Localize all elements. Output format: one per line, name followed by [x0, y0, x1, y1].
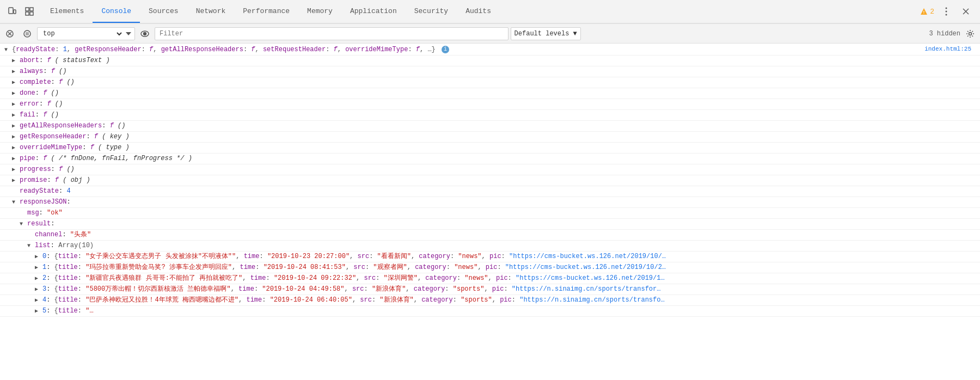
tab-application[interactable]: Application — [341, 0, 406, 23]
prop-label: complete: f () — [20, 78, 75, 87]
clear-console-button[interactable] — [2, 26, 17, 41]
console-line: ▶ 4: {title: "巴萨杀神欧冠又拉胜！4年球荒 梅西嗯嘴边都不进", … — [0, 295, 980, 306]
levels-dropdown[interactable]: Default levels ▼ — [511, 27, 581, 40]
context-select-input[interactable]: top — [41, 29, 124, 38]
console-line: ▶ 1: {title: "玛莎拉蒂重新赞助金马奖? 涉事车企发声明回应", t… — [0, 262, 980, 273]
svg-point-9 — [946, 11, 947, 13]
expand-toggle[interactable]: ▼ — [27, 241, 35, 250]
tab-elements[interactable]: Elements — [41, 0, 93, 23]
prop-label: abort: f ( statusText ) — [20, 56, 110, 65]
eye-button[interactable] — [137, 26, 152, 41]
expand-toggle[interactable]: ▶ — [12, 111, 20, 120]
prop-label: overrideMimeType: f ( type ) — [20, 143, 130, 152]
warning-icon: ! — [920, 8, 928, 15]
expand-toggle[interactable]: ▶ — [35, 252, 42, 261]
expand-toggle[interactable]: ▶ — [35, 296, 42, 305]
array-item-1: 1: {title: "玛莎拉蒂重新赞助金马奖? 涉事车企发声明回应", tim… — [42, 263, 666, 272]
expand-toggle[interactable]: ▼ — [4, 45, 12, 54]
expand-toggle[interactable]: ▶ — [35, 307, 42, 316]
clear-icon — [6, 30, 14, 38]
prop-label: getResponseHeader: f ( key ) — [20, 132, 130, 142]
array-item-0: 0: {title: "女子乘公交车遇变态男子 头发被涂抹"不明液体"", ti… — [42, 252, 666, 261]
prop-label: responseJSON: — [20, 198, 71, 207]
expand-toggle[interactable]: ▶ — [35, 263, 42, 272]
info-icon[interactable]: i — [442, 46, 449, 53]
expand-toggle[interactable]: ▼ — [20, 219, 27, 229]
gear-icon — [966, 29, 975, 38]
prop-label: promise: f ( obj ) — [20, 176, 90, 185]
tab-network[interactable]: Network — [187, 0, 235, 23]
svg-rect-4 — [26, 12, 29, 15]
console-line: readyState: 4 — [0, 186, 980, 197]
prop-msg: msg: "ok" — [27, 209, 63, 218]
expand-toggle[interactable]: ▶ — [35, 285, 42, 294]
array-item-2: 2: {title: "新疆官兵夜遇狼群 兵哥哥:不能拍了 再拍就被吃了", t… — [42, 274, 665, 283]
tab-bar: Elements Console Sources Network Perform… — [41, 0, 914, 23]
expand-toggle[interactable]: ▶ — [12, 121, 20, 131]
expand-toggle[interactable]: ▶ — [12, 89, 20, 98]
expand-toggle[interactable]: ▶ — [35, 274, 42, 283]
array-item-3: 3: {title: "5800万蒂出帽！切尔西新核激活 兰帕德幸福啊", ti… — [42, 285, 660, 294]
array-item-5: 5: {title: "… — [42, 307, 94, 316]
object-preview: {readyState: 1, getResponseHeader: f, ge… — [12, 45, 449, 54]
expand-toggle[interactable]: ▶ — [12, 143, 20, 152]
svg-point-10 — [946, 14, 947, 16]
expand-toggle[interactable]: ▶ — [12, 56, 20, 65]
file-reference-link[interactable]: index.html:25 — [924, 46, 971, 52]
prop-channel: channel: "头条" — [35, 230, 91, 240]
svg-marker-18 — [126, 32, 131, 35]
prop-label: pipe: f ( /* fnDone, fnFail, fnProgress … — [20, 154, 192, 163]
console-line: ▶ progress: f () — [0, 164, 980, 175]
expand-toggle[interactable]: ▼ — [12, 198, 20, 207]
tab-performance[interactable]: Performance — [234, 0, 298, 23]
expand-toggle[interactable]: ▶ — [12, 78, 20, 87]
device-toggle-button[interactable] — [4, 4, 20, 19]
array-item-4: 4: {title: "巴萨杀神欧冠又拉胜！4年球荒 梅西嗯嘴边都不进", ti… — [42, 296, 665, 305]
warning-count: 2 — [930, 8, 934, 16]
console-line: ▶ error: f () — [0, 99, 980, 110]
console-line: ▼ result: — [0, 219, 980, 230]
svg-rect-17 — [26, 32, 29, 35]
expand-toggle[interactable]: ▶ — [12, 67, 20, 76]
console-line: ▶ abort: f ( statusText ) — [0, 56, 980, 66]
console-line: ▼ responseJSON: — [0, 197, 980, 208]
console-line: ▶ pipe: f ( /* fnDone, fnFail, fnProgres… — [0, 154, 980, 164]
expand-toggle[interactable]: ▶ — [12, 154, 20, 163]
prop-label: getAllResponseHeaders: f () — [20, 121, 125, 131]
expand-toggle[interactable]: ▶ — [12, 100, 20, 109]
prop-label: result: — [27, 219, 54, 229]
close-devtools-button[interactable] — [958, 4, 973, 19]
console-line: ▶ complete: f () — [0, 77, 980, 88]
tab-memory[interactable]: Memory — [298, 0, 341, 23]
tab-security[interactable]: Security — [406, 0, 457, 23]
filter-input[interactable] — [155, 27, 509, 40]
svg-point-8 — [946, 8, 947, 9]
element-picker-button[interactable] — [22, 4, 37, 19]
stop-button[interactable] — [20, 26, 35, 41]
tab-console[interactable]: Console — [93, 0, 140, 23]
console-output: index.html:25 ▼ {readyState: 1, getRespo… — [0, 44, 980, 380]
expand-toggle[interactable]: ▶ — [12, 132, 20, 142]
svg-point-21 — [969, 32, 972, 35]
console-line: ▶ done: f () — [0, 88, 980, 99]
svg-text:!: ! — [923, 10, 926, 15]
settings-button[interactable] — [963, 26, 978, 41]
console-line: ▶ 5: {title: "… — [0, 306, 980, 317]
context-selector[interactable]: top — [37, 27, 135, 40]
more-options-button[interactable] — [939, 4, 954, 19]
svg-rect-1 — [14, 10, 16, 14]
console-line: channel: "头条" — [0, 230, 980, 241]
console-line: ▶ fail: f () — [0, 110, 980, 121]
tab-audits[interactable]: Audits — [457, 0, 500, 23]
console-line: ▶ 0: {title: "女子乘公交车遇变态男子 头发被涂抹"不明液体"", … — [0, 252, 980, 262]
expand-toggle[interactable]: ▶ — [12, 176, 20, 185]
warning-badge[interactable]: ! 2 — [920, 8, 934, 16]
console-line: ▶ always: f () — [0, 66, 980, 77]
expand-toggle[interactable]: ▶ — [12, 165, 20, 174]
console-line: ▶ getResponseHeader: f ( key ) — [0, 132, 980, 143]
svg-rect-5 — [30, 12, 33, 15]
hidden-count: 3 hidden — [929, 30, 960, 38]
svg-point-20 — [144, 32, 146, 35]
prop-label: error: f () — [20, 100, 63, 109]
tab-sources[interactable]: Sources — [140, 0, 187, 23]
